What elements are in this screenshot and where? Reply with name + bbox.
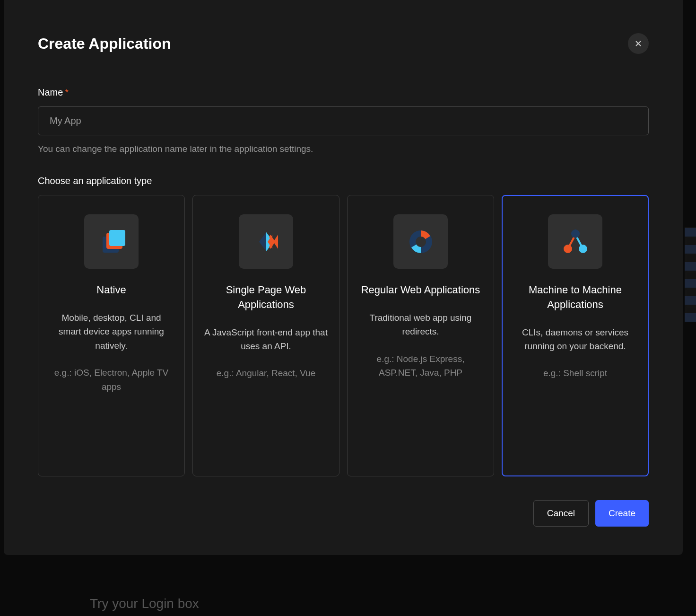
- close-button[interactable]: [628, 33, 649, 54]
- background-texture: [685, 227, 696, 322]
- type-card-m2m[interactable]: Machine to Machine Applications CLIs, da…: [502, 195, 649, 476]
- type-title-m2m: Machine to Machine Applications: [513, 283, 637, 312]
- modal-footer: Cancel Create: [38, 500, 649, 527]
- modal-title: Create Application: [38, 35, 171, 53]
- type-title-webapp: Regular Web Applications: [359, 283, 482, 298]
- svg-point-17: [579, 245, 587, 253]
- native-icon-box: [84, 214, 139, 269]
- name-label: Name*: [38, 87, 69, 98]
- type-desc-webapp: Traditional web app using redirects.: [359, 311, 482, 339]
- m2m-icon: [559, 225, 592, 258]
- type-desc-native: Mobile, desktop, CLI and smart device ap…: [50, 311, 173, 352]
- close-icon: [634, 39, 643, 48]
- type-desc-spa: A JavaScript front-end app that uses an …: [204, 326, 328, 353]
- native-icon: [95, 225, 128, 258]
- type-card-webapp[interactable]: Regular Web Applications Traditional web…: [347, 195, 494, 476]
- modal-header: Create Application: [38, 33, 649, 54]
- spa-icon: [250, 225, 283, 258]
- type-title-native: Native: [50, 283, 173, 298]
- background-login-text: Try your Login box: [90, 596, 199, 611]
- type-example-m2m: e.g.: Shell script: [513, 366, 637, 380]
- required-marker: *: [65, 87, 69, 97]
- name-input[interactable]: [38, 106, 649, 135]
- svg-rect-4: [109, 230, 125, 246]
- type-example-webapp: e.g.: Node.js Express, ASP.NET, Java, PH…: [359, 352, 482, 380]
- type-example-spa: e.g.: Angular, React, Vue: [204, 366, 328, 380]
- name-label-text: Name: [38, 87, 63, 97]
- svg-point-16: [564, 245, 572, 253]
- svg-point-12: [416, 237, 426, 247]
- create-button[interactable]: Create: [595, 500, 649, 527]
- application-type-grid: Native Mobile, desktop, CLI and smart de…: [38, 195, 649, 476]
- type-section-label: Choose an application type: [38, 176, 649, 186]
- m2m-icon-box: [548, 214, 602, 269]
- type-desc-m2m: CLIs, daemons or services running on you…: [513, 326, 637, 353]
- type-card-native[interactable]: Native Mobile, desktop, CLI and smart de…: [38, 195, 185, 476]
- webapp-icon: [404, 225, 437, 258]
- cancel-button[interactable]: Cancel: [533, 500, 589, 527]
- type-example-native: e.g.: iOS, Electron, Apple TV apps: [50, 366, 173, 394]
- spa-icon-box: [239, 214, 293, 269]
- type-card-spa[interactable]: Single Page Web Applications A JavaScrip…: [192, 195, 339, 476]
- type-title-spa: Single Page Web Applications: [204, 283, 328, 312]
- name-hint: You can change the application name late…: [38, 144, 649, 154]
- create-application-modal: Create Application Name* You can change …: [4, 0, 683, 555]
- name-field-group: Name* You can change the application nam…: [38, 87, 649, 154]
- webapp-icon-box: [393, 214, 448, 269]
- svg-point-15: [571, 229, 580, 238]
